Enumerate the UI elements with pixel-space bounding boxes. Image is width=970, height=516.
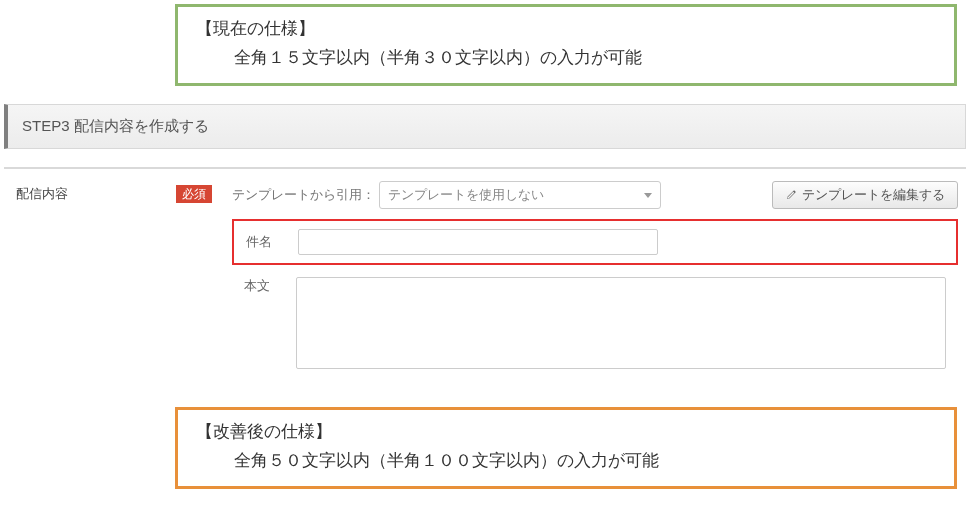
section-label: 配信内容 xyxy=(16,185,68,203)
right-column: テンプレートから引用： テンプレートを使用しない テンプレートを編集する 件名 xyxy=(224,169,966,381)
chevron-down-icon xyxy=(644,193,652,198)
body-textarea[interactable] xyxy=(296,277,946,369)
subject-input[interactable] xyxy=(298,229,658,255)
subject-label: 件名 xyxy=(246,233,288,251)
required-badge: 必須 xyxy=(176,185,212,203)
template-select[interactable]: テンプレートを使用しない xyxy=(379,181,661,209)
callout-improved-title: 【改善後の仕様】 xyxy=(196,420,936,443)
callout-current-desc: 全角１５文字以内（半角３０文字以内）の入力が可能 xyxy=(196,46,936,69)
edit-template-button[interactable]: テンプレートを編集する xyxy=(772,181,958,209)
pencil-icon xyxy=(785,189,797,201)
template-label: テンプレートから引用： xyxy=(232,186,375,204)
template-select-value: テンプレートを使用しない xyxy=(388,186,544,204)
step-header: STEP3 配信内容を作成する xyxy=(4,104,966,149)
callout-current-title: 【現在の仕様】 xyxy=(196,17,936,40)
body-label: 本文 xyxy=(244,277,286,295)
callout-improved-spec: 【改善後の仕様】 全角５０文字以内（半角１００文字以内）の入力が可能 xyxy=(175,407,957,489)
left-column: 配信内容 必須 xyxy=(4,169,224,219)
template-row: テンプレートから引用： テンプレートを使用しない テンプレートを編集する xyxy=(232,181,958,209)
body-row: 本文 xyxy=(232,273,958,373)
form-panel: 配信内容 必須 テンプレートから引用： テンプレートを使用しない テンプレートを… xyxy=(4,167,966,381)
callout-current-spec: 【現在の仕様】 全角１５文字以内（半角３０文字以内）の入力が可能 xyxy=(175,4,957,86)
subject-row-highlight: 件名 xyxy=(232,219,958,265)
edit-template-label: テンプレートを編集する xyxy=(802,186,945,204)
callout-improved-desc: 全角５０文字以内（半角１００文字以内）の入力が可能 xyxy=(196,449,936,472)
